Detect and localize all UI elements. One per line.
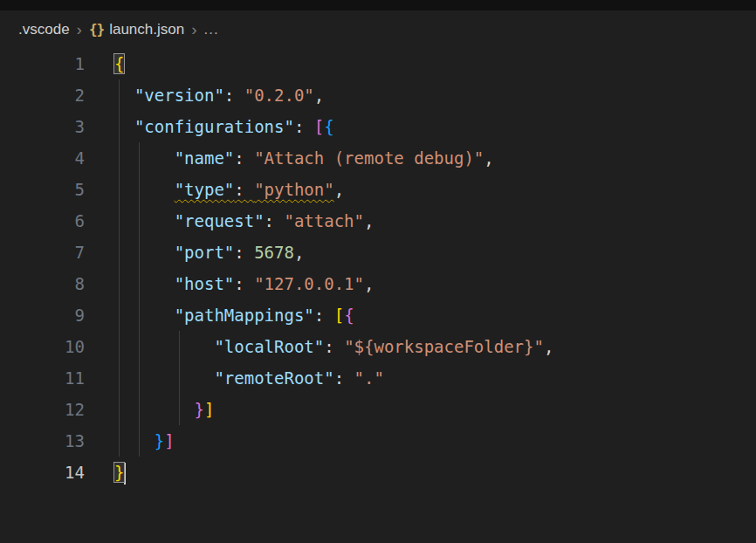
code-line[interactable]: "localRoot": "${workspaceFolder}", xyxy=(114,331,756,362)
code-token: { xyxy=(344,306,354,325)
line-number: 5 xyxy=(0,174,85,205)
code-token: : xyxy=(234,180,254,199)
breadcrumb-file[interactable]: launch.json xyxy=(109,21,184,38)
code-text: "request": "attach", xyxy=(114,211,374,230)
code-text: "pathMappings": [{ xyxy=(114,306,354,325)
code-token: ] xyxy=(204,400,214,419)
matched-bracket: } xyxy=(114,463,124,482)
line-number: 14 xyxy=(0,457,85,488)
code-token: 5678 xyxy=(254,243,294,262)
line-number: 9 xyxy=(0,299,85,331)
code-line[interactable]: { xyxy=(114,48,756,79)
vscode-editor-window: .vscode › {} launch.json › ... 123456789… xyxy=(0,0,756,543)
code-line[interactable]: "configurations": [{ xyxy=(114,111,756,142)
code-token: , xyxy=(314,86,324,105)
editor[interactable]: 1234567891011121314 { "version": "0.2.0"… xyxy=(0,48,756,488)
code-text: "remoteRoot": "." xyxy=(114,368,384,388)
code-line[interactable]: "type": "python", xyxy=(114,174,756,205)
code-token: "Attach (remote debug)" xyxy=(254,148,484,168)
code-token: "." xyxy=(354,368,384,388)
code-token: , xyxy=(544,337,553,356)
code-line[interactable]: "request": "attach", xyxy=(114,205,756,237)
code-text: "port": 5678, xyxy=(114,243,304,262)
code-line[interactable]: }] xyxy=(114,394,756,425)
breadcrumb: .vscode › {} launch.json › ... xyxy=(0,10,756,48)
code-token: } xyxy=(195,400,204,419)
code-token: : xyxy=(334,368,354,388)
code-token: ] xyxy=(164,431,174,450)
line-number: 7 xyxy=(0,237,85,268)
code-token: : xyxy=(234,274,254,293)
code-token: "remoteRoot" xyxy=(214,368,333,388)
code-token: [ xyxy=(314,117,324,136)
code-token: "version" xyxy=(134,86,224,105)
code-line[interactable]: "port": 5678, xyxy=(114,237,756,268)
line-number: 13 xyxy=(0,425,85,457)
breadcrumb-folder[interactable]: .vscode xyxy=(18,21,70,38)
code-token: "attach" xyxy=(284,211,364,230)
tab-bar-strip xyxy=(0,0,756,10)
line-number: 11 xyxy=(0,362,85,394)
code-token: { xyxy=(324,117,333,136)
code-token: "port" xyxy=(175,243,235,262)
code-text: }] xyxy=(114,400,214,419)
code-line[interactable]: "name": "Attach (remote debug)", xyxy=(114,142,756,174)
code-text: "localRoot": "${workspaceFolder}", xyxy=(114,337,553,356)
line-number: 2 xyxy=(0,79,85,111)
code-token: } xyxy=(155,431,164,450)
code-line[interactable]: }] xyxy=(114,425,756,457)
line-number: 10 xyxy=(0,331,85,362)
code-token: "0.2.0" xyxy=(244,86,314,105)
code-text: } xyxy=(114,463,126,482)
code-line[interactable]: "pathMappings": [{ xyxy=(114,299,756,331)
code-token: "name" xyxy=(175,148,235,168)
code-token: "localRoot" xyxy=(214,337,324,356)
code-token: : xyxy=(234,243,254,262)
code-text: "name": "Attach (remote debug)", xyxy=(114,148,494,168)
code-token: , xyxy=(334,180,344,199)
code-token: "python" xyxy=(254,180,334,199)
line-number: 4 xyxy=(0,142,85,174)
code-token: : xyxy=(314,306,334,325)
code-token: "host" xyxy=(175,274,235,293)
code-token: "configurations" xyxy=(134,117,294,136)
code-token: "request" xyxy=(175,211,265,230)
line-number: 8 xyxy=(0,268,85,299)
chevron-right-icon: › xyxy=(77,21,82,38)
breadcrumb-symbol-more[interactable]: ... xyxy=(204,21,219,38)
code-token: : xyxy=(265,211,285,230)
code-token: : xyxy=(294,117,314,136)
text-cursor xyxy=(124,463,126,485)
code-token: , xyxy=(294,243,304,262)
code-line[interactable]: "host": "127.0.0.1", xyxy=(114,268,756,299)
code-line[interactable]: "remoteRoot": "." xyxy=(114,362,756,394)
line-number: 12 xyxy=(0,394,85,425)
code-pane[interactable]: { "version": "0.2.0", "configurations": … xyxy=(85,48,756,488)
code-line[interactable]: } xyxy=(114,457,756,488)
code-token: "type" xyxy=(175,180,235,199)
code-text: }] xyxy=(114,431,175,450)
gutter: 1234567891011121314 xyxy=(0,48,85,488)
code-token: , xyxy=(364,211,374,230)
code-text: { xyxy=(114,54,124,73)
code-token: : xyxy=(224,86,244,105)
chevron-right-icon: › xyxy=(191,21,196,38)
code-token: : xyxy=(324,337,344,356)
matched-bracket: { xyxy=(114,54,124,73)
code-token: [ xyxy=(334,306,344,325)
code-token: : xyxy=(234,148,254,168)
json-braces-icon: {} xyxy=(89,21,104,38)
code-line[interactable]: "version": "0.2.0", xyxy=(114,79,756,111)
code-text: "host": "127.0.0.1", xyxy=(114,274,374,293)
code-token: "${workspaceFolder}" xyxy=(344,337,544,356)
line-number: 1 xyxy=(0,48,85,79)
code-token: "127.0.0.1" xyxy=(254,274,364,293)
code-text: "configurations": [{ xyxy=(114,117,334,136)
code-token: , xyxy=(364,274,374,293)
line-number: 3 xyxy=(0,111,85,142)
code-token: , xyxy=(484,148,493,168)
code-text: "type": "python", xyxy=(114,180,344,199)
code-token: "pathMappings" xyxy=(175,306,314,325)
line-number: 6 xyxy=(0,205,85,237)
code-text: "version": "0.2.0", xyxy=(114,86,324,105)
